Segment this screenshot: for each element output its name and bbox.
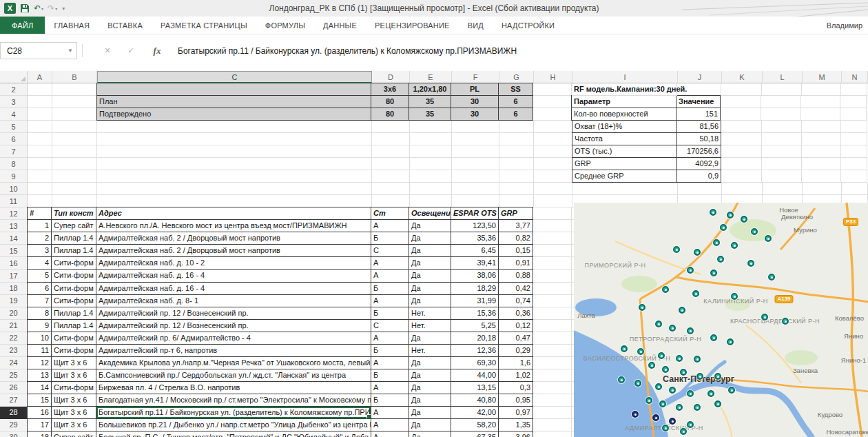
- column-header-L[interactable]: L: [763, 71, 803, 83]
- cell[interactable]: [97, 170, 372, 183]
- map-marker[interactable]: [694, 249, 701, 256]
- cell[interactable]: А: [371, 295, 409, 307]
- selected-cell[interactable]: Богатырский пр.11 / Байконурская ул. (ра…: [96, 407, 371, 419]
- cell[interactable]: GRP: [499, 207, 533, 220]
- tab-вставка[interactable]: ВСТАВКА: [99, 17, 152, 34]
- cell[interactable]: Большевиков пр.21 / Дыбенко ул./ напр.ст…: [96, 419, 371, 431]
- row-header-6[interactable]: 6: [0, 133, 28, 145]
- cell[interactable]: 9: [27, 320, 52, 332]
- row-header-15[interactable]: 15: [0, 245, 28, 257]
- cell[interactable]: [452, 133, 499, 145]
- row-header-7[interactable]: 7: [0, 145, 28, 158]
- cell[interactable]: Частота: [572, 133, 677, 145]
- user-account[interactable]: Владимир: [827, 17, 862, 34]
- cell[interactable]: Б: [371, 369, 409, 382]
- cell[interactable]: Кол-во поверхностей: [571, 108, 676, 121]
- map-marker[interactable]: [727, 338, 734, 345]
- column-header-B[interactable]: B: [52, 71, 97, 83]
- cell[interactable]: [97, 121, 372, 133]
- cell[interactable]: 0,91: [499, 257, 533, 270]
- tab-вид[interactable]: ВИД: [459, 17, 493, 34]
- map-marker[interactable]: [687, 421, 694, 428]
- map-marker[interactable]: [618, 376, 625, 383]
- cell[interactable]: [372, 145, 410, 158]
- cell[interactable]: [762, 83, 802, 96]
- map-marker[interactable]: [673, 246, 680, 253]
- cell[interactable]: [372, 195, 410, 207]
- cell[interactable]: А: [371, 332, 409, 345]
- map-marker[interactable]: [687, 327, 694, 334]
- cell[interactable]: [52, 96, 97, 108]
- tab-главная[interactable]: ГЛАВНАЯ: [45, 17, 99, 34]
- cell[interactable]: Освещение: [409, 207, 451, 220]
- cell[interactable]: [801, 108, 840, 121]
- cell[interactable]: Сити-форм: [52, 257, 96, 270]
- map-marker[interactable]: [679, 307, 685, 314]
- cell[interactable]: [533, 369, 572, 382]
- cell[interactable]: [97, 195, 372, 207]
- map-marker[interactable]: [694, 404, 701, 411]
- cell[interactable]: [28, 183, 52, 195]
- enter-icon[interactable]: ✓: [123, 42, 139, 59]
- column-header-E[interactable]: E: [410, 71, 452, 83]
- cell[interactable]: [763, 183, 803, 195]
- cell[interactable]: [28, 121, 52, 133]
- cell[interactable]: [533, 320, 572, 332]
- cell[interactable]: [721, 145, 762, 158]
- row-header-11[interactable]: 11: [0, 195, 28, 207]
- cell[interactable]: Пиллар 1.4: [52, 232, 96, 245]
- map-marker[interactable]: [765, 235, 772, 242]
- map-marker[interactable]: [680, 369, 687, 376]
- cell[interactable]: Адмиралтейская наб. д. 8- 1: [96, 295, 371, 307]
- cell[interactable]: Да: [409, 369, 451, 382]
- cell[interactable]: 35: [409, 108, 451, 121]
- cell[interactable]: [28, 158, 52, 170]
- cell[interactable]: Сити-форм: [52, 283, 96, 295]
- cell[interactable]: [534, 121, 572, 133]
- cell[interactable]: 4092,9: [677, 158, 721, 170]
- cell[interactable]: Щит 3 х 6: [52, 394, 96, 407]
- cell[interactable]: Благодатная ул.41 / Московский пр./ ст.м…: [96, 394, 371, 407]
- cell[interactable]: [97, 145, 372, 158]
- cell[interactable]: 0,88: [499, 270, 533, 282]
- cell[interactable]: [410, 158, 452, 170]
- cell[interactable]: [452, 195, 499, 207]
- cell[interactable]: 0,12: [499, 320, 533, 332]
- cell[interactable]: 0,97: [499, 407, 533, 419]
- cell[interactable]: 58,20: [451, 419, 499, 431]
- excel-logo-icon[interactable]: X: [4, 3, 16, 14]
- cell[interactable]: [841, 158, 867, 170]
- cell[interactable]: Нет.: [409, 320, 451, 332]
- cell[interactable]: [802, 158, 841, 170]
- cell[interactable]: Адмиралтейский пр. 6/ Адмиралтейство - 4: [96, 332, 371, 345]
- map-marker[interactable]: [747, 260, 754, 267]
- cell[interactable]: [803, 183, 842, 195]
- column-header-I[interactable]: I: [572, 71, 678, 83]
- cell[interactable]: Да: [409, 220, 451, 232]
- row-header-30[interactable]: 30: [0, 431, 28, 437]
- cell[interactable]: Щит 3 х 6: [52, 357, 96, 369]
- column-header-C[interactable]: C: [97, 71, 372, 83]
- cell[interactable]: [499, 183, 534, 195]
- cell[interactable]: [410, 170, 452, 183]
- row-header-3[interactable]: 3: [0, 96, 28, 108]
- cell[interactable]: А: [371, 382, 409, 394]
- row-header-14[interactable]: 14: [0, 232, 28, 245]
- cell[interactable]: [499, 133, 534, 145]
- cell[interactable]: 3,96: [499, 431, 533, 437]
- cell[interactable]: 16: [27, 407, 52, 419]
- tab-разметка-страницы[interactable]: РАЗМЕТКА СТРАНИЦЫ: [152, 17, 256, 34]
- cell[interactable]: [533, 108, 572, 121]
- cell[interactable]: [410, 195, 452, 207]
- map-marker[interactable]: [761, 314, 768, 321]
- cell[interactable]: Щит 3 х 6: [52, 419, 96, 431]
- map-marker[interactable]: [662, 366, 669, 373]
- column-header-F[interactable]: F: [452, 71, 499, 83]
- cell[interactable]: Нет.: [409, 345, 451, 357]
- cell[interactable]: А: [371, 419, 409, 431]
- cell[interactable]: 11: [27, 345, 52, 357]
- cell[interactable]: Адмиралтейский пр. 12 / Вознесенский пр.: [96, 320, 371, 332]
- cell[interactable]: Пиллар 1.4: [52, 307, 96, 320]
- map-marker[interactable]: [692, 290, 699, 297]
- cell[interactable]: 0,82: [499, 232, 533, 245]
